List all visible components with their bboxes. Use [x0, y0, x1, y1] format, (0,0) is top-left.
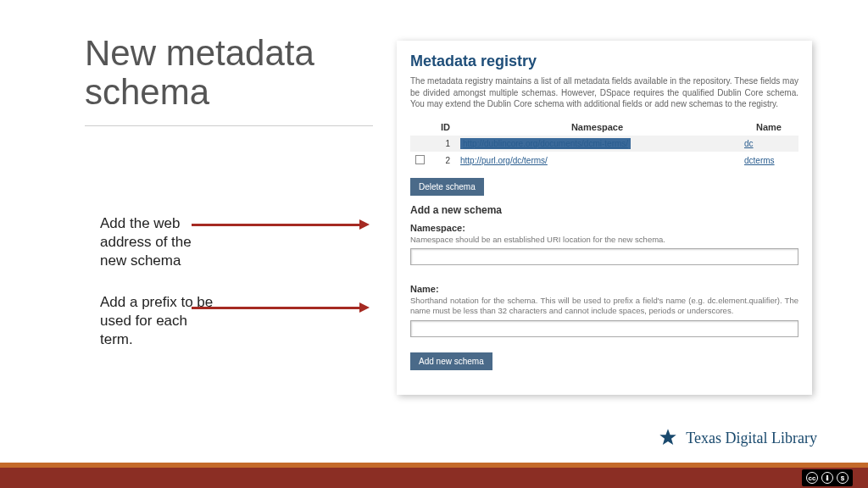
- title-divider: [85, 125, 373, 126]
- star-icon: [657, 427, 679, 449]
- row-checkbox[interactable]: [415, 155, 425, 164]
- svg-rect-1: [826, 477, 828, 480]
- footer: cc $: [0, 456, 868, 488]
- nc-icon: $: [837, 472, 849, 484]
- schema-table: ID Namespace Name 1 http://dublincore.or…: [410, 119, 798, 169]
- annotation-name: Add a prefix to be used for each term.: [100, 293, 219, 349]
- namespace-label: Namespace:: [410, 223, 798, 233]
- brand-logo: Texas Digital Library: [657, 427, 817, 449]
- svg-point-0: [826, 475, 828, 477]
- cc-icon: cc: [806, 472, 818, 484]
- panel-heading: Metadata registry: [410, 53, 798, 70]
- col-id: ID: [430, 119, 455, 136]
- footer-base: [0, 468, 868, 488]
- name-link[interactable]: dcterms: [744, 156, 775, 165]
- add-schema-heading: Add a new schema: [410, 204, 798, 216]
- col-namespace: Namespace: [455, 119, 739, 136]
- table-row: 1 http://dublincore.org/documents/dcmi-t…: [410, 136, 798, 152]
- by-icon: [821, 472, 833, 484]
- name-help: Shorthand notation for the schema. This …: [410, 296, 798, 317]
- add-schema-button[interactable]: Add new schema: [410, 352, 492, 370]
- namespace-help: Namespace should be an established URI l…: [410, 235, 798, 245]
- namespace-link[interactable]: http://dublincore.org/documents/dcmi-ter…: [460, 138, 631, 149]
- slide-title: New metadata schema: [85, 34, 356, 112]
- registry-panel: Metadata registry The metadata registry …: [397, 41, 812, 395]
- arrow-icon: [192, 307, 361, 309]
- annotation-namespace: Add the web address of the new schema: [100, 214, 219, 270]
- brand-text: Texas Digital Library: [686, 430, 817, 447]
- name-label: Name:: [410, 284, 798, 294]
- name-input[interactable]: [410, 320, 798, 337]
- namespace-input[interactable]: [410, 248, 798, 265]
- cc-license-badge: cc $: [802, 469, 853, 486]
- arrow-icon: [192, 224, 361, 226]
- name-link[interactable]: dc: [744, 139, 754, 148]
- delete-schema-button[interactable]: Delete schema: [410, 178, 484, 196]
- table-row: 2 http://purl.org/dc/terms/ dcterms: [410, 152, 798, 169]
- cell-id: 1: [430, 136, 455, 152]
- cell-id: 2: [430, 152, 455, 169]
- namespace-link[interactable]: http://purl.org/dc/terms/: [460, 156, 548, 165]
- col-name: Name: [739, 119, 798, 136]
- panel-intro: The metadata registry maintains a list o…: [410, 75, 798, 110]
